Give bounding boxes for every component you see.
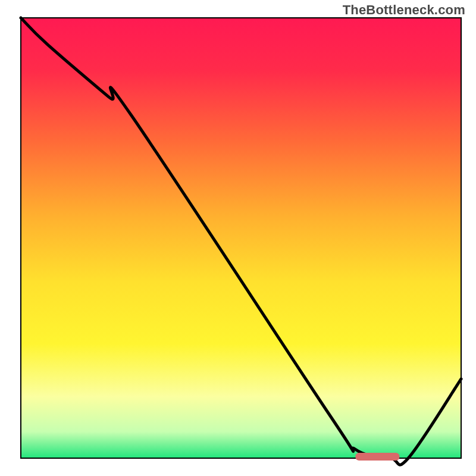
chart-container: { "watermark": "TheBottleneck.com", "cha… [0, 0, 476, 476]
plot-background [21, 18, 461, 458]
chart-svg [0, 0, 476, 476]
highlight-segment [355, 453, 399, 461]
